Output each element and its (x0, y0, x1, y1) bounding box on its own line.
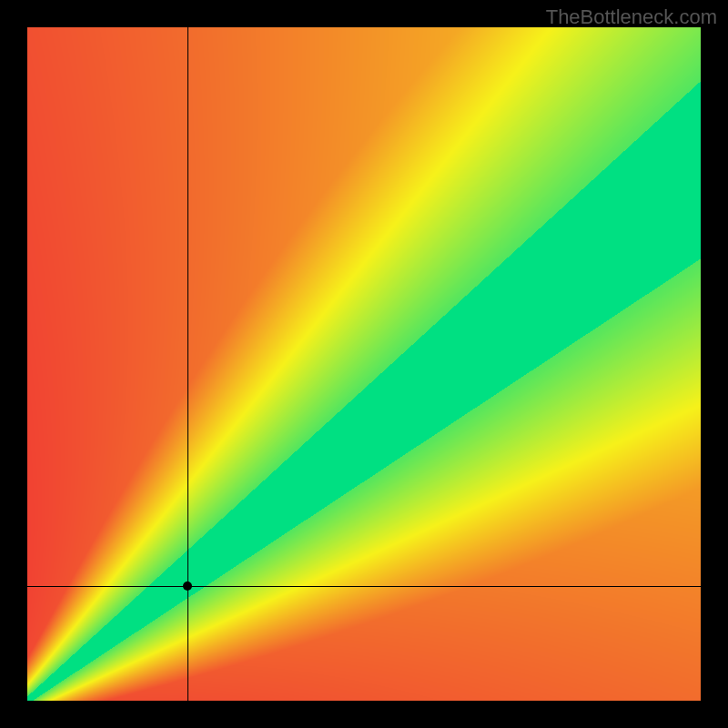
heatmap-canvas (27, 27, 701, 701)
plot-area (27, 27, 701, 701)
data-point-marker (183, 581, 192, 591)
crosshair-horizontal (27, 586, 701, 587)
watermark-text: TheBottleneck.com (546, 5, 717, 29)
chart-frame: TheBottleneck.com (0, 0, 728, 728)
crosshair-vertical (187, 27, 188, 701)
